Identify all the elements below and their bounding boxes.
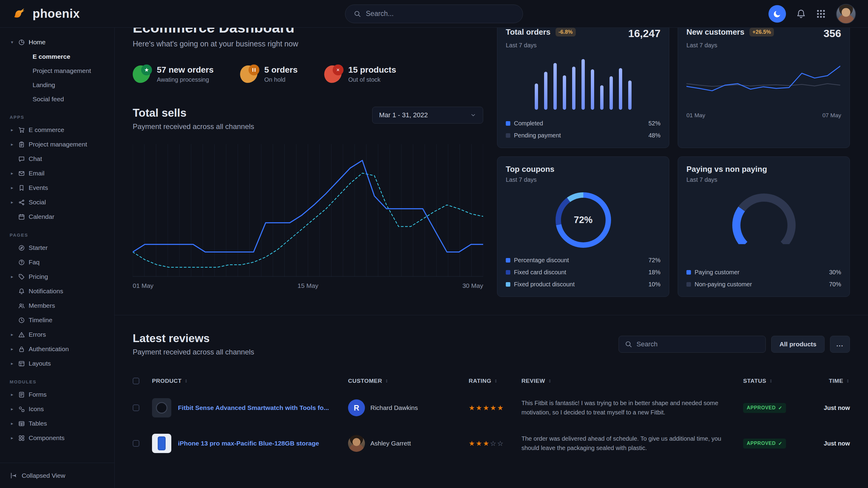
sort-icon[interactable] xyxy=(494,378,498,382)
caret-icon: ▸ xyxy=(10,199,14,205)
stat-out-of-stock: ×15 productsOut of stock xyxy=(324,65,396,83)
reviews-table-head-row: PRODUCTCUSTOMERRATINGREVIEWSTATUSTIME xyxy=(133,372,850,390)
sidebar-item-label: Tables xyxy=(29,420,47,427)
sidebar-item-layouts[interactable]: ▸Layouts xyxy=(0,356,114,371)
sort-icon[interactable] xyxy=(846,378,850,382)
more-options-button[interactable]: ... xyxy=(830,336,850,353)
sidebar-section-heading: PAGES xyxy=(0,232,114,237)
column-header-status[interactable]: STATUS xyxy=(743,372,811,390)
stat-label: Out of stock xyxy=(348,76,396,83)
sidebar-item-errors[interactable]: ▸Errors xyxy=(0,327,114,342)
trend-badge: +26.5% xyxy=(749,28,774,36)
sidebar-item-pricing[interactable]: ▸Pricing xyxy=(0,269,114,284)
global-search-input[interactable] xyxy=(366,10,514,18)
row-checkbox[interactable] xyxy=(133,440,140,447)
stat-on-hold: 5 ordersOn hold xyxy=(240,65,298,83)
column-header-rating[interactable]: RATING xyxy=(469,372,522,390)
sidebar-item-label: Chat xyxy=(29,155,42,162)
column-header-review[interactable]: REVIEW xyxy=(522,372,743,390)
caret-icon: ▸ xyxy=(10,127,14,133)
sort-icon[interactable] xyxy=(184,378,188,382)
sidebar-item-label: Icons xyxy=(29,405,44,413)
product-link[interactable]: iPhone 13 pro max-Pacific Blue-128GB sto… xyxy=(178,440,319,447)
sidebar-item-starter[interactable]: Starter xyxy=(0,240,114,255)
sidebar-item-project-management[interactable]: ▸Project management xyxy=(0,137,114,152)
total-orders-card: Total orders -6.8% 16,247 Last 7 days Co… xyxy=(497,19,669,148)
sidebar-item-tables[interactable]: ▸Tables xyxy=(0,416,114,431)
legend-swatch xyxy=(506,133,510,138)
sidebar-item-authentication[interactable]: ▸Authentication xyxy=(0,342,114,356)
brand[interactable]: phoenix xyxy=(12,6,80,22)
column-header-customer[interactable]: CUSTOMER xyxy=(348,372,469,390)
collapsed-view-toggle[interactable]: Collapsed View xyxy=(0,463,114,488)
sidebar-item-home[interactable]: ▾Home xyxy=(0,35,114,50)
stat-value: 15 products xyxy=(348,65,396,75)
sidebar-item-components[interactable]: ▸Components xyxy=(0,431,114,445)
legend-item: Pending payment48% xyxy=(506,131,660,140)
dark-mode-toggle[interactable] xyxy=(769,5,786,23)
apps-grid-icon[interactable] xyxy=(816,9,826,19)
order-bar xyxy=(628,80,631,110)
card-title: Top coupons xyxy=(506,165,554,174)
layouts-icon xyxy=(19,360,25,367)
timeline-icon xyxy=(19,317,25,323)
trend-badge: -6.8% xyxy=(556,28,576,36)
calendar-icon xyxy=(19,214,25,220)
sidebar-item-timeline[interactable]: Timeline xyxy=(0,313,114,327)
sidebar-item-landing[interactable]: Landing xyxy=(0,78,114,92)
sidebar-item-events[interactable]: ▸Events xyxy=(0,181,114,195)
select-all-checkbox[interactable] xyxy=(133,378,140,384)
sidebar-item-chat[interactable]: Chat xyxy=(0,152,114,166)
legend-item: Percentage discount72% xyxy=(506,256,660,265)
legend-swatch xyxy=(686,270,691,274)
user-avatar[interactable] xyxy=(836,4,856,24)
stat-value: 5 orders xyxy=(264,65,298,75)
sidebar-item-social[interactable]: ▸Social xyxy=(0,195,114,209)
sidebar-item-email[interactable]: ▸Email xyxy=(0,166,114,181)
sidebar-item-calendar[interactable]: Calendar xyxy=(0,209,114,224)
stat-value: 57 new orders xyxy=(157,65,214,75)
faq-icon xyxy=(19,259,25,265)
total-orders-value: 16,247 xyxy=(628,27,660,39)
sidebar-item-label: Members xyxy=(29,302,55,309)
global-search[interactable] xyxy=(345,4,523,23)
column-header-time[interactable]: TIME xyxy=(811,372,850,390)
sort-icon[interactable] xyxy=(548,378,552,382)
sidebar: ▾HomeE commerceProject managementLanding… xyxy=(0,28,115,488)
sidebar-item-forms[interactable]: ▸Forms xyxy=(0,387,114,402)
authentication-icon xyxy=(19,346,25,352)
check-icon: ✓ xyxy=(778,405,782,411)
reviews-search[interactable] xyxy=(619,336,766,353)
sidebar-item-members[interactable]: Members xyxy=(0,298,114,313)
order-bar xyxy=(619,68,622,110)
all-products-button[interactable]: All products xyxy=(771,336,825,353)
social-icon xyxy=(19,199,25,205)
order-bar xyxy=(610,76,613,110)
legend-swatch xyxy=(506,258,510,263)
column-header-product[interactable]: PRODUCT xyxy=(152,372,348,390)
sort-icon[interactable] xyxy=(769,378,773,382)
reviews-subtitle: Payment received across all channels xyxy=(133,348,254,356)
card-period: Last 7 days xyxy=(686,42,841,49)
star-blob-icon: ★ xyxy=(133,65,150,83)
product-link[interactable]: Fitbit Sense Advanced Smartwatch with To… xyxy=(178,404,329,412)
sidebar-item-label: Notifications xyxy=(29,288,63,295)
project-management-icon xyxy=(19,141,25,148)
caret-icon: ▸ xyxy=(10,435,14,441)
sidebar-item-label: Authentication xyxy=(29,346,69,353)
sidebar-item-e-commerce[interactable]: ▸E commerce xyxy=(0,123,114,137)
email-icon xyxy=(19,170,25,176)
sidebar-item-project-management[interactable]: Project management xyxy=(0,64,114,78)
sidebar-item-social-feed[interactable]: Social feed xyxy=(0,92,114,106)
sidebar-item-label: Starter xyxy=(29,244,48,251)
customer-name: Ashley Garrett xyxy=(370,440,411,447)
date-range-select[interactable]: Mar 1 - 31, 2022 xyxy=(372,107,483,124)
sidebar-item-notifications[interactable]: Notifications xyxy=(0,284,114,298)
reviews-search-input[interactable] xyxy=(637,340,760,348)
sidebar-item-faq[interactable]: Faq xyxy=(0,255,114,269)
notifications-bell-icon[interactable] xyxy=(796,9,806,19)
sort-icon[interactable] xyxy=(384,378,389,382)
row-checkbox[interactable] xyxy=(133,404,140,411)
sidebar-item-icons[interactable]: ▸Icons xyxy=(0,402,114,416)
sidebar-item-e-commerce[interactable]: E commerce xyxy=(0,50,114,64)
